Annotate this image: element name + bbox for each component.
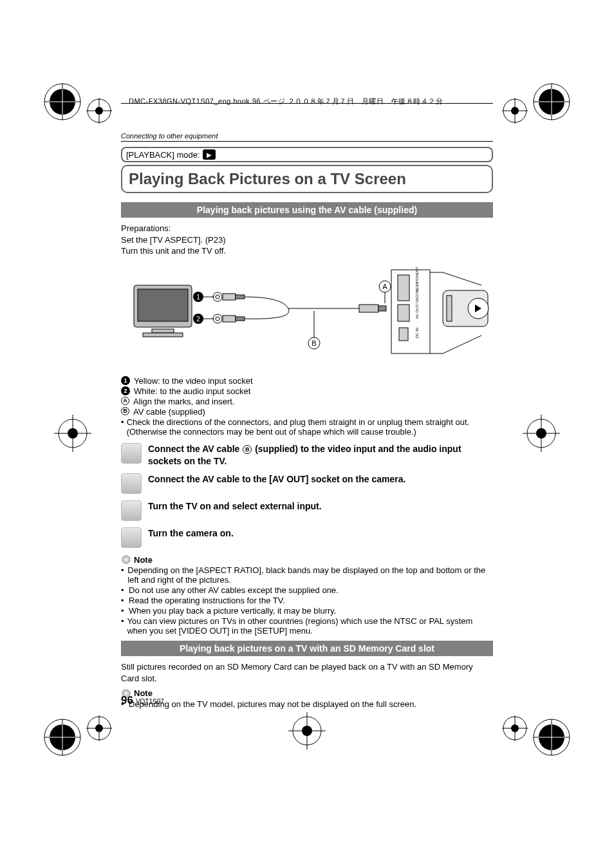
bullet-icon: • bbox=[121, 417, 124, 437]
svg-rect-53 bbox=[138, 289, 188, 321]
svg-point-35 bbox=[95, 724, 103, 732]
step-text: Turn the camera on. bbox=[148, 527, 234, 540]
step-number-box bbox=[121, 500, 142, 521]
crop-mark-icon bbox=[520, 412, 563, 455]
note-text: When you play back a picture vertically,… bbox=[129, 606, 336, 616]
step-4: Turn the camera on. bbox=[121, 527, 493, 548]
svg-rect-78 bbox=[391, 270, 430, 354]
step-text: Connect the AV cable to the [AV OUT] soc… bbox=[148, 473, 405, 486]
svg-point-51 bbox=[302, 726, 312, 736]
bullet-icon: • bbox=[121, 596, 126, 605]
note-list: •Depending on the [ASPECT RATIO], black … bbox=[121, 565, 493, 636]
legend-marker-1: 1 bbox=[121, 376, 130, 385]
note-text: You can view pictures on TVs in other co… bbox=[127, 616, 493, 636]
svg-rect-54 bbox=[152, 329, 174, 333]
legend-text: Align the marks, and insert. bbox=[133, 397, 235, 406]
crop-mark-icon bbox=[41, 716, 84, 759]
legend-text: AV cable (supplied) bbox=[133, 407, 205, 417]
marker-b-inline: B bbox=[243, 445, 252, 454]
legend-marker-b: B bbox=[121, 407, 129, 415]
svg-rect-73 bbox=[359, 305, 378, 312]
note-heading: Note bbox=[121, 554, 493, 565]
note-text: Depending on the TV model, pictures may … bbox=[129, 699, 416, 709]
bullet-icon: • bbox=[121, 606, 126, 616]
note-text: Read the operating instructions for the … bbox=[129, 596, 285, 605]
svg-rect-79 bbox=[398, 275, 409, 301]
svg-rect-83 bbox=[399, 328, 408, 341]
svg-point-31 bbox=[511, 107, 519, 115]
step-2: Connect the AV cable to the [AV OUT] soc… bbox=[121, 473, 493, 494]
svg-rect-55 bbox=[143, 333, 183, 337]
caution-text: Check the directions of the connectors, … bbox=[127, 417, 493, 437]
svg-rect-74 bbox=[378, 306, 386, 311]
svg-point-67 bbox=[216, 317, 219, 321]
svg-rect-81 bbox=[398, 305, 409, 321]
svg-rect-64 bbox=[236, 295, 245, 299]
crop-mark-icon bbox=[530, 80, 573, 123]
prep-line: Set the [TV ASPECT]. (P23) bbox=[121, 234, 493, 246]
bullet-icon: • bbox=[121, 585, 126, 595]
svg-rect-88 bbox=[447, 296, 452, 321]
svg-text:1: 1 bbox=[196, 294, 200, 301]
svg-rect-69 bbox=[236, 317, 245, 321]
diagram-legend: 1Yellow: to the video input socket 2Whit… bbox=[121, 376, 493, 417]
crop-mark-icon bbox=[501, 714, 529, 742]
note-icon bbox=[121, 554, 131, 565]
mode-label: [PLAYBACK] mode: bbox=[126, 150, 200, 160]
note-text: Do not use any other AV cables except th… bbox=[129, 585, 339, 595]
step-1: Connect the AV cable B (supplied) to the… bbox=[121, 443, 493, 467]
page-number: 96 bbox=[121, 694, 133, 706]
svg-point-27 bbox=[95, 107, 103, 115]
svg-text:A: A bbox=[382, 283, 387, 290]
sd-paragraph: Still pictures recorded on an SD Memory … bbox=[121, 661, 493, 684]
step-text: Connect the AV cable B (supplied) to the… bbox=[148, 443, 493, 467]
section-heading: Playing back pictures using the AV cable… bbox=[121, 202, 493, 218]
step-number-box bbox=[121, 473, 142, 494]
running-rule bbox=[121, 141, 493, 142]
running-head: Connecting to other equipment bbox=[121, 132, 493, 140]
step-3: Turn the TV on and select external input… bbox=[121, 500, 493, 521]
step-number-box bbox=[121, 527, 142, 548]
prep-line: Preparations: bbox=[121, 223, 493, 234]
bullet-icon: • bbox=[121, 565, 125, 585]
svg-point-39 bbox=[511, 724, 519, 732]
connection-diagram: 1 2 B A COMPONENT OUT A bbox=[121, 266, 493, 369]
crop-mark-icon bbox=[41, 80, 84, 123]
playback-icon: ▶ bbox=[203, 149, 216, 160]
crop-mark-icon bbox=[286, 710, 328, 752]
note-label: Note bbox=[134, 555, 153, 565]
legend-marker-2: 2 bbox=[121, 386, 130, 395]
legend-marker-a: A bbox=[121, 397, 129, 405]
crop-mark-icon bbox=[530, 716, 573, 759]
page-title: Playing Back Pictures on a TV Screen bbox=[129, 170, 485, 188]
note-heading: Note bbox=[121, 688, 493, 699]
note-text: Depending on the [ASPECT RATIO], black b… bbox=[127, 565, 493, 585]
note-list: •Depending on the TV model, pictures may… bbox=[121, 699, 493, 709]
preparations: Preparations: Set the [TV ASPECT]. (P23)… bbox=[121, 223, 493, 257]
crop-mark-icon bbox=[51, 412, 94, 455]
footer: 96VQT1S07 bbox=[121, 694, 164, 707]
svg-rect-68 bbox=[223, 316, 236, 322]
mode-bar: [PLAYBACK] mode: ▶ bbox=[121, 147, 493, 162]
svg-text:B: B bbox=[312, 339, 316, 347]
crop-mark-icon bbox=[501, 97, 529, 125]
legend-text: Yellow: to the video input socket bbox=[134, 376, 253, 386]
svg-point-66 bbox=[213, 314, 222, 323]
crop-mark-icon bbox=[85, 714, 113, 742]
page: DMC-FX38GN-VQT1S07_eng.book 96 ページ ２００８年… bbox=[0, 0, 614, 868]
svg-text:AV OUT/ DIGITAL: AV OUT/ DIGITAL bbox=[415, 287, 419, 319]
section-heading: Playing back pictures on a TV with an SD… bbox=[121, 641, 493, 656]
prep-line: Turn this unit and the TV off. bbox=[121, 245, 493, 257]
svg-point-43 bbox=[68, 428, 78, 439]
content-area: Connecting to other equipment [PLAYBACK]… bbox=[121, 132, 493, 710]
step-text: Turn the TV on and select external input… bbox=[148, 500, 322, 513]
svg-rect-63 bbox=[223, 294, 236, 300]
bullet-icon: • bbox=[121, 616, 124, 636]
svg-point-61 bbox=[213, 292, 222, 301]
step-number-box bbox=[121, 443, 142, 464]
svg-point-62 bbox=[216, 295, 219, 299]
header-meta: DMC-FX38GN-VQT1S07_eng.book 96 ページ ２００８年… bbox=[129, 97, 443, 106]
doc-code: VQT1S07 bbox=[136, 698, 164, 705]
caution-list: •Check the directions of the connectors,… bbox=[121, 417, 493, 437]
svg-text:DC IN: DC IN bbox=[415, 327, 419, 337]
